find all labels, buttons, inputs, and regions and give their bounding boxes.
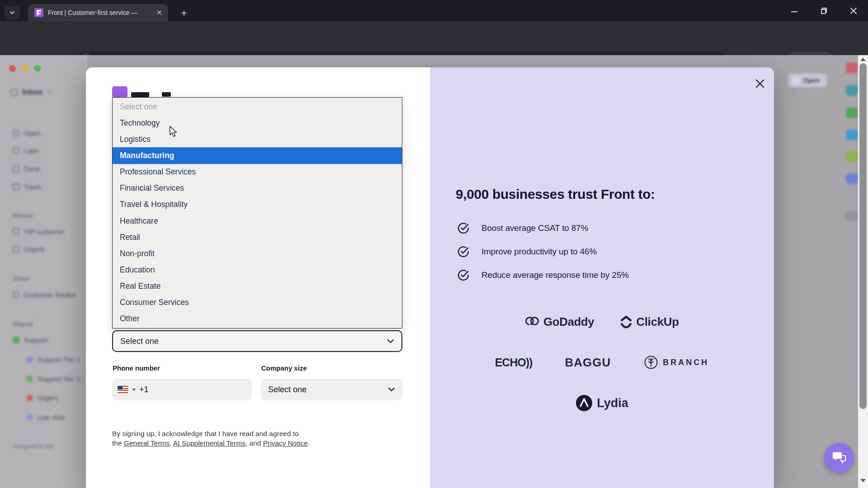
tag-icon: [13, 228, 19, 235]
front-logo-icon: [112, 86, 127, 98]
inbox-color-icon: [26, 414, 33, 421]
sidebar-item-vip-customer[interactable]: VIP customer: [13, 228, 65, 235]
dropdown-option[interactable]: Other: [113, 311, 402, 327]
dropdown-option[interactable]: Retail: [113, 229, 402, 245]
benefit-item: Boost average CSAT to 87%: [457, 222, 588, 235]
dropdown-option[interactable]: Technology: [113, 115, 402, 131]
minimize-button[interactable]: [790, 9, 798, 14]
benefit-item: Improve productivity up to 46%: [457, 245, 597, 258]
logo-row-3: Lydia: [430, 394, 774, 412]
dial-code: +1: [139, 385, 149, 394]
chat-bubbles-icon: [832, 451, 846, 465]
dropdown-option[interactable]: Select one: [113, 99, 402, 115]
sidebar-item-urgent-shared[interactable]: Urgent: [26, 394, 58, 402]
baggu-logo: BAGGU: [565, 356, 611, 370]
front-favicon-icon: [34, 8, 43, 17]
dropdown-option[interactable]: Real Estate: [113, 278, 402, 295]
app-rail-icon-red[interactable]: [846, 62, 858, 73]
godaddy-icon: [525, 316, 539, 328]
branch-leaf-icon: [643, 355, 659, 370]
sidebar-item-assigned[interactable]: Assigned to me: [13, 443, 53, 450]
ai-supplemental-terms-link[interactable]: AI Supplemental Terms: [173, 439, 245, 447]
tab-search-button[interactable]: [5, 6, 20, 19]
logo-row-1: GoDaddy ClickUp: [430, 315, 774, 329]
sidebar-inbox-switcher[interactable]: Inbox ▼: [11, 88, 52, 97]
dropdown-option[interactable]: Healthcare: [113, 213, 402, 229]
browser-tab-strip: Front | Customer-first service — ✕ +: [0, 0, 868, 21]
privacy-notice-link[interactable]: Privacy Notice: [263, 439, 308, 447]
lydia-logo: Lydia: [576, 394, 628, 412]
dropdown-option[interactable]: Education: [113, 262, 402, 278]
dropdown-option-highlighted[interactable]: Manufacturing: [113, 147, 402, 164]
inbox-color-icon: [26, 356, 33, 363]
lydia-icon: [576, 394, 593, 412]
godaddy-logo: GoDaddy: [525, 315, 594, 329]
phone-number-input[interactable]: +1: [112, 379, 252, 400]
tab-close-icon[interactable]: ✕: [156, 9, 162, 17]
dropdown-option[interactable]: Financial Services: [113, 180, 402, 197]
dropdown-option[interactable]: Logistics: [113, 131, 402, 147]
sidebar-item-later[interactable]: Later: [13, 147, 39, 155]
inbox-color-icon: [26, 375, 33, 382]
restore-button[interactable]: [819, 7, 827, 15]
sidebar-item-urgent[interactable]: Urgent: [13, 245, 44, 253]
app-rail-icon-green[interactable]: [846, 108, 858, 118]
clock-icon: [13, 147, 19, 154]
app-rail-icon-gray[interactable]: [846, 211, 858, 221]
sidebar-item-support[interactable]: Support: [13, 336, 48, 344]
sidebar-item-support-tier-1[interactable]: Support Tier 1: [26, 356, 80, 363]
dropdown-option[interactable]: Non-profit: [113, 245, 402, 262]
form-text-partial: [162, 92, 171, 97]
traffic-light-close-icon: [9, 65, 16, 72]
sidebar-section-views: Views: [13, 275, 29, 282]
industry-dropdown-list: Select one Technology Logistics Manufact…: [112, 97, 402, 328]
browser-tab[interactable]: Front | Customer-first service — ✕: [28, 4, 168, 21]
check-circle-icon: [457, 222, 470, 235]
phone-number-label: Phone number: [113, 364, 160, 372]
check-circle-icon: [457, 269, 470, 282]
industry-select[interactable]: Select one: [112, 330, 402, 352]
sidebar-item-support-tier-2[interactable]: Support Tier 2: [26, 375, 80, 383]
sidebar-item-trash[interactable]: Trash: [13, 183, 41, 191]
company-size-select[interactable]: Select one: [261, 379, 402, 400]
window-close-button[interactable]: [849, 7, 858, 15]
sidebar-item-live-chat[interactable]: Live chat: [26, 413, 65, 421]
benefit-item: Reduce average response time by 25%: [457, 269, 629, 282]
scrollbar-thumb[interactable]: [859, 63, 867, 409]
panel-heading: 9,000 businesses trust Front to:: [456, 187, 727, 202]
app-rail-icon-teal[interactable]: [846, 85, 858, 96]
app-rail-icon-blue[interactable]: [846, 129, 858, 140]
background-sidebar: Inbox ▼ Open Later Done Trash Pinned VIP…: [0, 55, 87, 488]
chevron-down-icon: [387, 339, 394, 344]
logo-row-2: ECHO)) BAGGU BRANCH: [430, 355, 774, 370]
chat-launcher-button[interactable]: [824, 443, 854, 473]
company-size-label: Company size: [261, 364, 307, 372]
app-rail-icon-indigo[interactable]: [846, 174, 858, 184]
app-rail-icon-lime[interactable]: [846, 151, 858, 162]
scroll-up-arrow-icon[interactable]: [860, 58, 866, 61]
flag-caret-icon: [132, 389, 136, 391]
sidebar-item-done[interactable]: Done: [13, 165, 40, 173]
inbox-grid-icon: [11, 89, 18, 96]
sidebar-item-customer-feedback[interactable]: Customer feedba: [13, 291, 76, 299]
legal-text: By signing up, I acknowledge that I have…: [112, 429, 340, 448]
badge-icon: [792, 76, 800, 84]
dropdown-option[interactable]: Consumer Services: [113, 295, 402, 311]
modal-close-button[interactable]: [752, 75, 768, 92]
dropdown-option[interactable]: Travel & Hospitality: [113, 197, 402, 213]
sidebar-section-pinned: Pinned: [13, 212, 32, 219]
sidebar-item-open[interactable]: Open: [13, 129, 41, 137]
traffic-light-zoom-icon: [34, 65, 41, 72]
new-tab-button[interactable]: +: [177, 6, 191, 20]
general-terms-link[interactable]: General Terms: [124, 439, 170, 447]
social-proof-panel: 9,000 businesses trust Front to: Boost a…: [430, 67, 774, 488]
dropdown-option[interactable]: Professional Services: [113, 164, 402, 180]
trash-icon: [13, 183, 19, 190]
scroll-down-arrow-icon[interactable]: [860, 479, 866, 482]
us-flag-icon[interactable]: [118, 386, 128, 393]
signup-modal: Select one Technology Logistics Manufact…: [86, 67, 774, 488]
check-square-icon: [13, 165, 19, 172]
chevron-down-icon: [388, 387, 395, 392]
tag-icon: [13, 246, 19, 253]
clickup-logo: ClickUp: [620, 315, 679, 329]
